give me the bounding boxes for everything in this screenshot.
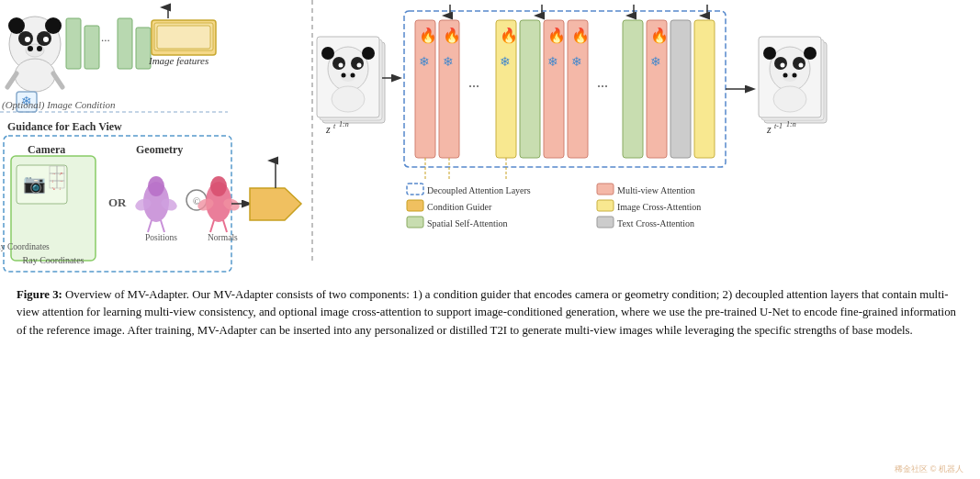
svg-line-62: [223, 220, 227, 232]
main-container: ❄ ··· Image features (Optional) Image Co…: [0, 0, 980, 479]
svg-point-129: [793, 73, 797, 78]
svg-text:z: z: [325, 123, 331, 136]
svg-rect-114: [694, 20, 715, 158]
svg-text:🔥: 🔥: [443, 27, 461, 44]
caption-bold: Figure 3:: [17, 288, 62, 301]
svg-rect-109: [623, 20, 643, 158]
svg-rect-138: [407, 200, 423, 211]
svg-text:🔥: 🔥: [571, 27, 590, 44]
svg-text:Camera: Camera: [28, 143, 65, 156]
svg-text:❄: ❄: [443, 55, 454, 69]
svg-point-128: [783, 73, 788, 78]
svg-point-72: [332, 57, 345, 70]
svg-point-78: [351, 73, 355, 78]
diagram-svg: ❄ ··· Image features (Optional) Image Co…: [0, 0, 980, 284]
svg-point-10: [15, 59, 55, 92]
svg-text:Ray Coordinates: Ray Coordinates: [23, 255, 84, 265]
figure-caption: Figure 3: Overview of MV-Adapter. Our MV…: [17, 286, 963, 472]
svg-marker-65: [250, 188, 301, 220]
svg-text:→: →: [59, 179, 63, 184]
svg-text:🔥: 🔥: [547, 27, 566, 44]
svg-point-3: [25, 37, 30, 42]
svg-text:1:n: 1:n: [786, 120, 796, 128]
svg-text:Text Cross-Attention: Text Cross-Attention: [617, 218, 694, 228]
svg-rect-18: [118, 18, 132, 69]
svg-text:📷: 📷: [23, 173, 46, 195]
svg-text:↘: ↘: [51, 186, 55, 191]
svg-text:Condition Guider: Condition Guider: [427, 202, 492, 212]
svg-point-74: [339, 63, 344, 68]
svg-text:OR: OR: [108, 195, 127, 209]
svg-rect-113: [670, 20, 691, 158]
svg-point-81: [332, 86, 365, 112]
svg-text:❄: ❄: [500, 55, 511, 69]
svg-text:❄: ❄: [571, 55, 582, 69]
svg-point-131: [804, 47, 817, 60]
svg-text:z: z: [766, 123, 772, 136]
svg-point-6: [28, 46, 33, 51]
svg-text:❄: ❄: [650, 55, 661, 69]
svg-point-49: [148, 176, 164, 196]
svg-rect-146: [597, 217, 614, 228]
svg-rect-144: [597, 200, 614, 211]
svg-rect-23: [157, 26, 210, 49]
svg-point-130: [763, 47, 776, 60]
svg-text:1:n: 1:n: [339, 120, 349, 128]
svg-text:Image features: Image features: [148, 55, 208, 66]
svg-point-132: [773, 86, 806, 112]
svg-point-7: [37, 46, 42, 51]
svg-rect-101: [520, 20, 540, 158]
svg-line-61: [210, 220, 214, 232]
svg-text:Normals: Normals: [208, 233, 238, 242]
svg-text:🔥: 🔥: [419, 27, 437, 44]
svg-rect-15: [66, 18, 81, 69]
svg-point-123: [774, 57, 787, 70]
caption-text: Overview of MV-Adapter. Our MV-Adapter c…: [17, 288, 956, 337]
svg-text:↗: ↗: [59, 172, 62, 176]
svg-text:Ray Coordinates: Ray Coordinates: [0, 242, 50, 251]
svg-point-73: [351, 57, 364, 70]
svg-text:···: ···: [101, 33, 110, 47]
svg-text:↓: ↓: [59, 186, 62, 191]
svg-point-79: [321, 47, 334, 60]
svg-point-126: [799, 63, 804, 68]
svg-point-4: [43, 37, 49, 42]
svg-text:Positions: Positions: [145, 233, 177, 242]
svg-text:Multi-view Attention: Multi-view Attention: [617, 185, 695, 195]
svg-text:❄: ❄: [419, 55, 430, 69]
svg-text:🔥: 🔥: [500, 27, 518, 44]
svg-text:t-1: t-1: [774, 122, 783, 130]
svg-point-77: [342, 73, 346, 78]
svg-point-9: [45, 17, 62, 34]
svg-text:→: →: [51, 172, 56, 176]
svg-rect-140: [407, 217, 423, 228]
svg-line-53: [161, 220, 164, 232]
svg-text:❄: ❄: [547, 55, 558, 69]
svg-rect-142: [597, 184, 614, 195]
svg-text:Spatial Self-Attention: Spatial Self-Attention: [427, 218, 508, 228]
svg-text:Image Cross-Attention: Image Cross-Attention: [617, 202, 701, 212]
svg-text:···: ···: [468, 79, 479, 95]
svg-point-80: [362, 47, 375, 60]
svg-text:Guidance for Each View: Guidance for Each View: [7, 120, 122, 133]
svg-rect-16: [84, 26, 99, 69]
svg-point-8: [8, 17, 25, 34]
svg-text:🔥: 🔥: [650, 27, 669, 44]
svg-point-75: [357, 63, 362, 68]
svg-text:Geometry: Geometry: [136, 143, 183, 156]
svg-text:(Optional) Image Condition: (Optional) Image Condition: [2, 99, 116, 111]
svg-point-125: [781, 63, 785, 68]
svg-text:↓: ↓: [51, 179, 54, 184]
svg-point-124: [793, 57, 805, 70]
svg-line-52: [148, 220, 152, 232]
svg-text:Decoupled Attention Layers: Decoupled Attention Layers: [427, 185, 531, 195]
watermark: 稀金社区 © 机器人: [895, 463, 963, 475]
svg-point-58: [210, 176, 227, 196]
svg-text:···: ···: [597, 79, 608, 95]
svg-rect-136: [407, 184, 423, 195]
